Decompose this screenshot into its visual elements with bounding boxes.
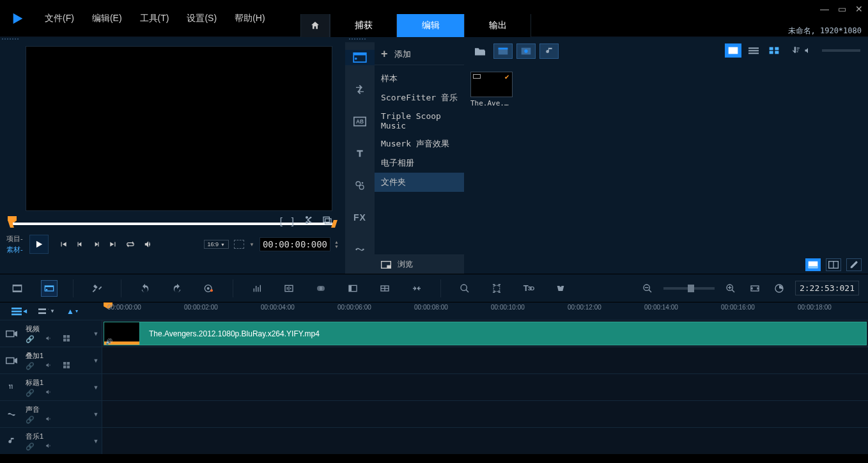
timeline-ruler[interactable]: 00:00:00:00 00:00:02:00 00:00:04:00 00:0… — [102, 302, 868, 320]
lib-cat-motion-icon[interactable] — [352, 242, 368, 257]
sort-button[interactable] — [791, 45, 800, 57]
storyboard-view-button[interactable] — [9, 280, 26, 297]
track-body-voice[interactable] — [102, 401, 868, 427]
3d-title-button[interactable]: T3D — [520, 280, 537, 297]
filter-video-button[interactable] — [493, 43, 513, 59]
track-collapse-button[interactable]: ▼ — [90, 428, 102, 454]
menu-tools[interactable]: 工具(T) — [131, 9, 178, 28]
menu-help[interactable]: 帮助(H) — [226, 9, 274, 28]
track-transparency-button[interactable] — [313, 280, 329, 297]
track-collapse-button[interactable]: ▼ — [90, 374, 102, 400]
add-folder-button[interactable]: + — [470, 43, 490, 59]
lib-cat-title-icon[interactable] — [352, 146, 368, 161]
redo-button[interactable] — [169, 280, 185, 297]
goto-start-button[interactable] — [59, 240, 68, 249]
split-clip-button[interactable] — [303, 215, 313, 227]
next-frame-button[interactable] — [92, 240, 101, 249]
lib-src-ealbum[interactable]: 电子相册 — [375, 153, 464, 173]
track-body-video[interactable]: 🔊 The.Avengers.2012.1080p.BluRay.x264.YI… — [102, 320, 868, 347]
panel-layout-1-button[interactable] — [805, 258, 821, 271]
panel-layout-2-button[interactable] — [826, 258, 841, 271]
video-clip[interactable]: 🔊 The.Avengers.2012.1080p.BluRay.x264.YI… — [104, 322, 867, 345]
mark-out-button[interactable]: ] — [291, 216, 294, 226]
view-list-button[interactable] — [745, 43, 762, 58]
tab-capture[interactable]: 捕获 — [330, 14, 397, 37]
lib-cat-ab-icon[interactable]: AB — [352, 114, 368, 129]
tools-button[interactable] — [89, 280, 105, 297]
track-body-music[interactable] — [102, 428, 868, 454]
panel-grip[interactable] — [0, 37, 345, 42]
loop-button[interactable] — [125, 240, 136, 249]
subtitle-button[interactable] — [376, 280, 393, 297]
track-body-title[interactable] — [102, 374, 868, 400]
tab-edit[interactable]: 编辑 — [397, 14, 464, 37]
mark-in-button[interactable]: [ — [280, 216, 283, 226]
track-fx-button[interactable] — [63, 362, 70, 370]
library-add-button[interactable]: +添加 — [375, 43, 464, 65]
lib-src-scorefitter[interactable]: ScoreFitter 音乐 — [375, 88, 464, 107]
goto-end-button[interactable] — [109, 240, 118, 249]
library-volume-slider[interactable] — [822, 49, 860, 52]
library-browse-button[interactable]: 浏览 — [375, 255, 464, 274]
zoom-out-button[interactable] — [639, 280, 656, 297]
aspect-ratio-selector[interactable]: 16:9▼ — [204, 240, 229, 249]
menu-file[interactable]: 文件(F) — [36, 9, 83, 28]
zoom-search-button[interactable] — [456, 280, 473, 297]
track-collapse-button[interactable]: ▼ — [90, 320, 102, 347]
lib-src-muserk[interactable]: Muserk 声音效果 — [375, 134, 464, 153]
lib-cat-fx-icon[interactable]: FX — [352, 210, 368, 225]
filter-photo-button[interactable] — [516, 43, 536, 59]
chapter-button[interactable] — [345, 280, 361, 297]
timecode-up[interactable]: ▲ — [334, 240, 339, 244]
lib-src-folders[interactable]: 文件夹 — [375, 173, 464, 192]
menu-edit[interactable]: 编辑(E) — [83, 9, 131, 28]
track-link-button[interactable]: 🔗 — [26, 335, 35, 343]
zoom-in-button[interactable] — [722, 280, 739, 297]
preview-viewport[interactable] — [26, 46, 332, 211]
track-fx-button[interactable] — [63, 335, 70, 343]
preview-mode-toggle[interactable]: 项目- 素材- — [6, 234, 23, 255]
fit-project-button[interactable] — [747, 280, 763, 297]
lib-cat-media-icon[interactable] — [345, 50, 375, 65]
prev-frame-button[interactable] — [75, 240, 84, 249]
timecode-down[interactable]: ▼ — [334, 244, 339, 249]
play-button[interactable] — [29, 235, 49, 254]
ruler-marker-button[interactable]: ▲▾ — [66, 307, 78, 316]
track-link-button[interactable]: 🔗 — [26, 362, 35, 370]
tab-output[interactable]: 输出 — [464, 14, 531, 37]
lib-cat-transitions-icon[interactable] — [352, 82, 368, 97]
preview-timecode[interactable]: 00:00:00:000 — [260, 237, 330, 251]
lib-cat-overlay-icon[interactable] — [352, 178, 368, 193]
lib-src-sample[interactable]: 样本 — [375, 69, 464, 88]
pan-zoom-button[interactable] — [488, 280, 505, 297]
volume-button[interactable] — [143, 240, 153, 249]
track-link-button[interactable]: 🔗 — [26, 443, 35, 451]
track-collapse-button[interactable]: ▼ — [90, 347, 102, 373]
track-mute-button[interactable] — [45, 335, 52, 343]
minimize-button[interactable]: — — [820, 4, 829, 14]
timeline-view-button[interactable] — [41, 280, 58, 297]
track-link-button[interactable]: 🔗 — [26, 389, 35, 397]
track-collapse-button[interactable]: ▼ — [90, 401, 102, 427]
record-button[interactable] — [201, 280, 217, 297]
track-manager-button[interactable]: ◀ — [12, 307, 27, 316]
multicam-button[interactable] — [408, 280, 425, 297]
panel-edit-button[interactable] — [846, 258, 862, 271]
lib-src-triplescoop[interactable]: Triple Scoop Music — [375, 107, 464, 134]
track-mute-button[interactable] — [45, 416, 52, 424]
add-track-button[interactable]: +▼ — [38, 307, 55, 316]
track-link-button[interactable]: 🔗 — [26, 416, 35, 424]
track-body-overlay[interactable] — [102, 347, 868, 373]
media-thumbnail[interactable]: ✔ The.Ave... — [470, 72, 513, 107]
close-button[interactable]: ✕ — [855, 4, 863, 14]
maximize-button[interactable]: ▭ — [838, 4, 846, 14]
home-button[interactable] — [300, 14, 330, 37]
expand-preview-button[interactable] — [234, 240, 244, 249]
track-mute-button[interactable] — [45, 389, 52, 397]
view-thumbnails-button[interactable] — [725, 43, 741, 58]
audio-mixer-button[interactable] — [249, 280, 265, 297]
undo-button[interactable] — [137, 280, 153, 297]
track-mute-button[interactable] — [45, 443, 52, 451]
filter-audio-button[interactable] — [539, 43, 559, 59]
menu-settings[interactable]: 设置(S) — [178, 9, 226, 28]
